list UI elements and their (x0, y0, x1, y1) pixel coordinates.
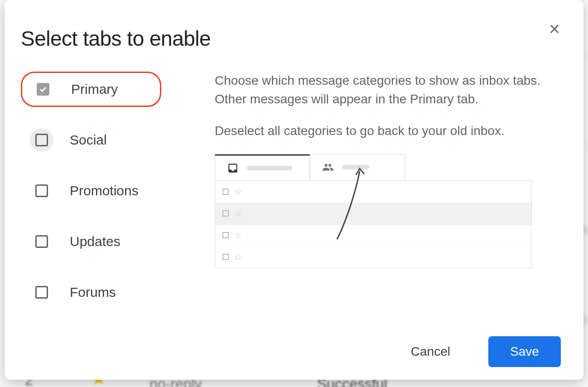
preview-row: ☆ (215, 246, 531, 268)
inbox-icon (227, 162, 239, 174)
category-social[interactable]: Social (21, 122, 202, 158)
social-checkbox[interactable] (35, 134, 48, 146)
preview-row: ☆ (215, 203, 531, 224)
checkbox-touch-target[interactable] (30, 230, 53, 253)
category-label[interactable]: Social (70, 132, 107, 148)
category-label[interactable]: Forums (70, 285, 116, 300)
preview-tab-primary (215, 154, 310, 180)
save-button[interactable]: Save (488, 336, 561, 367)
category-label[interactable]: Updates (70, 234, 120, 249)
dialog-title: Select tabs to enable (21, 26, 211, 51)
category-forums[interactable]: Forums (21, 275, 202, 310)
promotions-checkbox[interactable] (35, 184, 48, 197)
category-label[interactable]: Primary (71, 82, 118, 97)
inbox-tabs-preview: ☆ ☆ ☆ ☆ (215, 154, 532, 268)
category-promotions[interactable]: Promotions (21, 173, 202, 208)
forums-checkbox[interactable] (35, 286, 48, 299)
check-icon (39, 85, 48, 94)
checkbox-touch-target[interactable] (31, 77, 55, 101)
preview-tab-secondary (310, 154, 405, 180)
category-list: PrimarySocialPromotionsUpdatesForums (21, 72, 202, 327)
close-button[interactable] (544, 18, 565, 40)
category-label[interactable]: Promotions (70, 183, 139, 198)
dialog-description: Choose which message categories to show … (215, 72, 547, 140)
primary-checkbox (37, 83, 49, 96)
people-icon (322, 161, 334, 173)
category-updates[interactable]: Updates (21, 224, 202, 259)
preview-row: ☆ (215, 181, 531, 203)
close-icon (548, 23, 561, 35)
checkbox-touch-target[interactable] (30, 179, 53, 203)
select-tabs-dialog: Select tabs to enable PrimarySocialPromo… (5, 0, 583, 380)
category-primary[interactable]: Primary (21, 72, 161, 107)
checkbox-touch-target[interactable] (30, 128, 53, 152)
preview-row: ☆ (215, 224, 531, 246)
updates-checkbox[interactable] (35, 235, 48, 248)
checkbox-touch-target[interactable] (30, 281, 53, 304)
cancel-button[interactable]: Cancel (394, 336, 468, 367)
